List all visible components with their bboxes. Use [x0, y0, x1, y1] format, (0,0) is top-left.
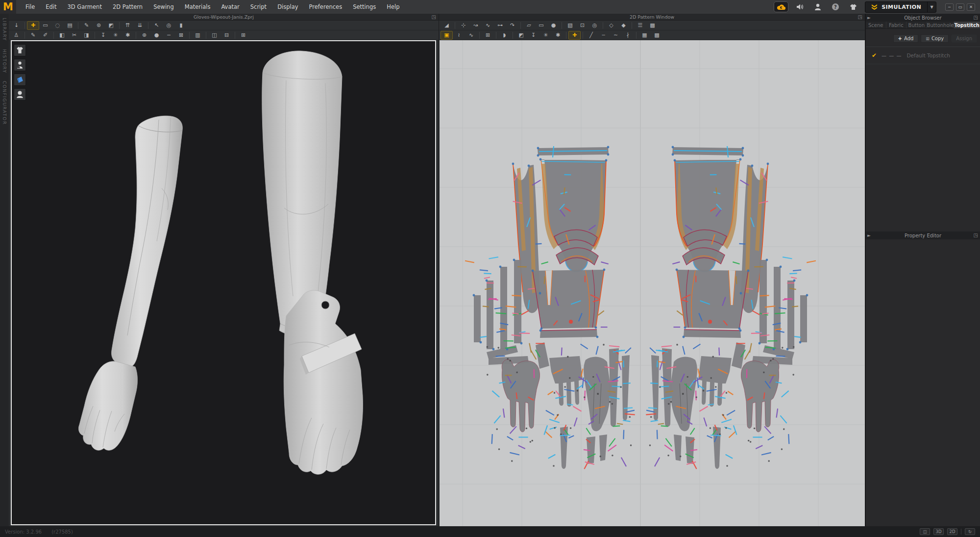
restore-button[interactable]: ▭ [956, 3, 964, 11]
avatar-display-tool[interactable]: ♙ [10, 31, 23, 40]
add-point-tool[interactable]: ⊶ [494, 21, 506, 30]
select-lasso-tool[interactable]: ◌ [51, 21, 64, 30]
menu-preferences[interactable]: Preferences [304, 0, 348, 14]
refresh-view-button[interactable]: ↻ [965, 528, 975, 535]
simulation-dropdown[interactable]: ▼ [927, 2, 936, 12]
free-sewing-tool[interactable]: ∿ [465, 31, 477, 40]
rectangle-internal-tool[interactable]: ⊡ [576, 21, 588, 30]
copy-button[interactable]: ⊞ Copy [921, 34, 949, 43]
button-3d-tool[interactable]: ⊕ [138, 31, 150, 40]
app-logo[interactable]: M [0, 0, 16, 14]
menu-display[interactable]: Display [272, 0, 303, 14]
drop-gizmo-tool[interactable]: ↓ [10, 21, 23, 30]
flatten-dart-tool[interactable]: ✳ [109, 31, 122, 40]
property-editor-popout-icon[interactable]: ◳ [974, 231, 978, 239]
3d-viewport[interactable] [11, 40, 436, 525]
assign-button[interactable]: Assign [951, 34, 977, 43]
circle-tool[interactable]: ● [547, 21, 560, 30]
3d-view-button[interactable]: 3D [933, 528, 944, 535]
zipper-tool[interactable]: ▥ [192, 31, 204, 40]
menu-sewing[interactable]: Sewing [148, 0, 179, 14]
flatten-dart-2d-tool[interactable]: ✳ [539, 31, 552, 40]
edit-point-tool[interactable]: ↝ [469, 21, 482, 30]
menu-help[interactable]: Help [381, 0, 405, 14]
dart-tool[interactable]: ◇ [605, 21, 617, 30]
minimize-button[interactable]: ─ [945, 3, 954, 11]
cut-garment-tool[interactable]: ✂ [68, 31, 80, 40]
tab-button[interactable]: Button [906, 22, 927, 28]
topstitch-free-tool[interactable]: ∤ [622, 31, 634, 40]
simulation-button[interactable]: SIMULATION [865, 2, 927, 12]
add-button[interactable]: + Add [893, 34, 919, 43]
show-pattern-toggle[interactable] [14, 74, 26, 86]
grading-edit-tool[interactable]: ▦ [638, 31, 651, 40]
object-browser-popout-icon[interactable]: ◳ [974, 14, 978, 22]
select-rectangle-tool[interactable]: ▭ [39, 21, 51, 30]
attach-button-tool[interactable]: ● [150, 31, 163, 40]
attach-to-avatar-tool[interactable]: ◩ [515, 31, 527, 40]
3d-sleeve-model[interactable] [262, 51, 342, 336]
show-garment-toggle[interactable] [14, 44, 26, 56]
reset-arrangement-tool[interactable]: ⇊ [134, 21, 146, 30]
menu-script[interactable]: Script [245, 0, 272, 14]
rail-tab-history[interactable]: HISTORY [2, 49, 7, 73]
3d-left-arm-model[interactable] [78, 116, 182, 450]
menu-materials[interactable]: Materials [179, 0, 216, 14]
polygon-tool[interactable]: ▱ [523, 21, 535, 30]
show-sewing-tool[interactable]: ✚ [568, 31, 581, 40]
property-editor-arrow-icon[interactable]: ► [867, 231, 871, 239]
grading-auto-tool[interactable]: ▩ [651, 31, 663, 40]
menu-3d-garment[interactable]: 3D Garment [62, 0, 107, 14]
pin-select-tool[interactable]: ⊛ [93, 21, 105, 30]
edit-sewing-3d-tool[interactable]: ✎ [27, 31, 39, 40]
topstitch-dashed-tool[interactable]: ┄ [597, 31, 610, 40]
menu-settings[interactable]: Settings [347, 0, 381, 14]
account-button[interactable] [812, 2, 824, 12]
split-view-button[interactable]: ◫ [920, 528, 930, 535]
rail-tab-configurator[interactable]: CONFIGURATOR [2, 81, 7, 125]
list-item[interactable]: ✔ — — — Default Topstitch [866, 47, 980, 64]
pattern-outline-3d-tool[interactable]: ✱ [122, 31, 134, 40]
fold-arrangement-tool[interactable]: ⇈ [122, 21, 134, 30]
tab-buttonhole[interactable]: Buttonhole [927, 22, 955, 28]
menu-avatar[interactable]: Avatar [216, 0, 245, 14]
flatten-right-tool[interactable]: ⊟ [220, 31, 233, 40]
notch-dart-tool[interactable]: ◆ [617, 21, 630, 30]
tab-fabric[interactable]: Fabric [886, 22, 907, 28]
segment-sewing-tool[interactable]: ≀ [453, 31, 465, 40]
edit-curvature-tool[interactable]: ∿ [482, 21, 494, 30]
collapse-panel-arrow-icon[interactable]: ► [867, 14, 871, 22]
2d-view-button[interactable]: 2D [947, 528, 957, 535]
pattern-group-right[interactable] [646, 146, 816, 469]
measure-ruler-tool[interactable]: ▮ [175, 21, 187, 30]
pattern-group-left[interactable] [465, 146, 635, 469]
flatten-left-tool[interactable]: ◫ [208, 31, 220, 40]
topstitch-3d-tool[interactable]: ⊞ [237, 31, 249, 40]
tab-scene[interactable]: Scene [866, 22, 886, 28]
topstitch-wave-tool[interactable]: ∼ [610, 31, 622, 40]
button-line-tool[interactable]: ─ [163, 31, 175, 40]
rectangle-tool[interactable]: ▭ [535, 21, 547, 30]
padlock-tool[interactable]: ⊠ [175, 31, 187, 40]
seam-allowance-tool[interactable]: ▩ [646, 21, 659, 30]
close-button[interactable]: ✕ [967, 3, 975, 11]
fold-3d-pattern-tool[interactable]: ↧ [527, 31, 539, 40]
pleats-tool[interactable]: ☰ [634, 21, 646, 30]
menu-edit[interactable]: Edit [40, 0, 62, 14]
help-button[interactable]: ? [830, 2, 841, 12]
select-garment-tool[interactable]: ◩ [105, 21, 117, 30]
3d-window-popout-icon[interactable]: ◳ [432, 14, 436, 21]
topstitch-line-tool[interactable]: ╱ [585, 31, 597, 40]
select-mesh-tool[interactable]: ▤ [64, 21, 76, 30]
circle-internal-tool[interactable]: ◎ [588, 21, 601, 30]
edit-round-corner-tool[interactable]: ↷ [506, 21, 518, 30]
2d-pattern-canvas[interactable] [440, 40, 865, 526]
show-avatar-tape-toggle[interactable] [14, 59, 26, 71]
m-n-sewing-tool[interactable]: ⊞ [482, 31, 494, 40]
transform-pattern-tool[interactable]: ◢ [441, 21, 453, 30]
free-sewing-3d-tool[interactable]: ✐ [39, 31, 51, 40]
3d-glove-hand-model[interactable] [284, 290, 363, 474]
cloud-sync-button[interactable] [774, 1, 788, 12]
pattern-outline-2d-tool[interactable]: ✱ [552, 31, 564, 40]
fold-garment-tool[interactable]: ◨ [80, 31, 93, 40]
